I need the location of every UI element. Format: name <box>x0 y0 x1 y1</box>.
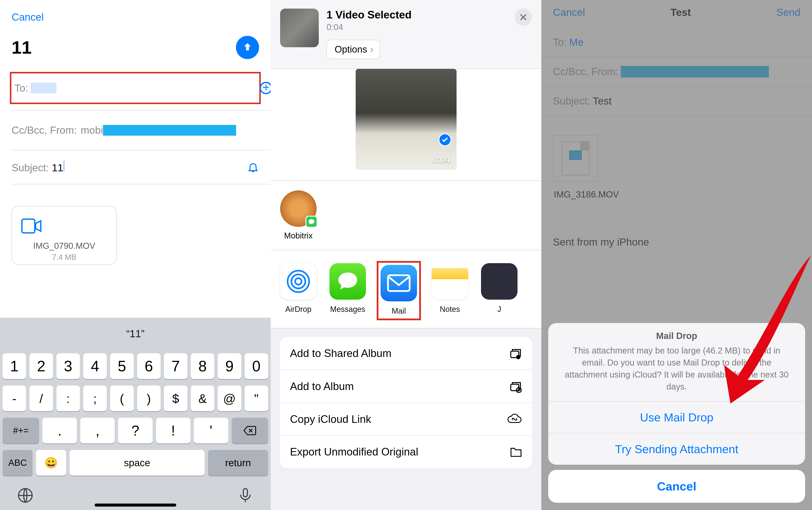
action-add-album[interactable]: Add to Album <box>280 370 532 403</box>
key-question[interactable]: ? <box>118 418 152 444</box>
cancel-button[interactable]: Cancel <box>0 0 271 23</box>
share-header: 1 Video Selected 0:04 Options › <box>271 0 541 69</box>
attachment-size: 7.4 MB <box>21 253 108 262</box>
key-return[interactable]: return <box>208 450 268 476</box>
contact-name: Mobitrix <box>280 231 317 240</box>
mail-drop-dialog: Mail Drop This attachment may be too lar… <box>548 323 805 465</box>
svg-rect-0 <box>22 219 35 233</box>
messages-app[interactable]: Messages <box>329 263 366 314</box>
share-title: 1 Video Selected <box>326 8 507 21</box>
compose-mail-screen: Cancel 11 To: Cc/Bcc, From: mobi Subject… <box>0 0 271 510</box>
svg-point-4 <box>291 275 306 288</box>
action-export-original[interactable]: Export Unmodified Original <box>280 436 532 468</box>
key-0[interactable]: 0 <box>245 353 268 379</box>
key-5[interactable]: 5 <box>110 353 134 379</box>
mail-icon <box>387 274 411 293</box>
dialog-title: Mail Drop <box>548 323 805 344</box>
attachment-name: IMG_0790.MOV <box>21 241 108 251</box>
to-label: To: <box>14 82 28 94</box>
close-icon <box>519 13 527 21</box>
globe-icon[interactable] <box>17 487 33 504</box>
airdrop-icon <box>286 268 311 294</box>
bell-icon[interactable] <box>247 161 259 173</box>
key-1[interactable]: 1 <box>3 353 26 379</box>
key-symbols[interactable]: #+= <box>3 418 39 444</box>
shared-album-icon <box>509 347 522 360</box>
send-button[interactable] <box>236 36 259 59</box>
key-2[interactable]: 2 <box>29 353 53 379</box>
key-4[interactable]: 4 <box>83 353 107 379</box>
key-8[interactable]: 8 <box>191 353 214 379</box>
svg-point-8 <box>516 355 521 359</box>
svg-point-3 <box>295 278 301 285</box>
key-at[interactable]: @ <box>218 386 241 411</box>
messages-badge-icon <box>306 216 317 228</box>
selected-checkmark-icon <box>438 133 452 146</box>
add-recipient-button[interactable] <box>260 82 271 94</box>
dialog-body: This attachment may be too large (46.2 M… <box>548 344 805 401</box>
mic-icon[interactable] <box>237 487 254 504</box>
key-dash[interactable]: - <box>3 386 26 411</box>
album-plus-icon <box>509 380 522 393</box>
key-semicolon[interactable]: ; <box>83 386 107 411</box>
try-sending-button[interactable]: Try Sending Attachment <box>548 433 805 465</box>
key-exclaim[interactable]: ! <box>156 418 191 444</box>
close-button[interactable] <box>515 8 532 26</box>
airdrop-app[interactable]: AirDrop <box>280 263 317 314</box>
export-folder-icon <box>510 446 522 457</box>
key-emoji[interactable]: 😀 <box>36 450 66 476</box>
mail-drop-screen: Cancel Test Send To: Me Cc/Bcc, From: Su… <box>541 0 812 510</box>
notes-icon <box>432 263 468 300</box>
share-apps-row: AirDrop Messages Mail Notes J <box>271 250 541 329</box>
cloud-link-icon <box>507 414 522 425</box>
chevron-right-icon: › <box>370 44 374 55</box>
key-6[interactable]: 6 <box>137 353 161 379</box>
numeric-keyboard: “11” 1 2 3 4 5 6 7 8 9 0 - / : ; ( ) $ <box>0 318 271 510</box>
subject-label: Subject: <box>11 162 49 174</box>
key-7[interactable]: 7 <box>164 353 187 379</box>
svg-rect-2 <box>243 488 248 497</box>
keyboard-suggestion[interactable]: “11” <box>0 318 271 349</box>
cc-bcc-from-row[interactable]: Cc/Bcc, From: mobi <box>0 111 271 150</box>
key-quote[interactable]: " <box>245 386 268 411</box>
key-slash[interactable]: / <box>29 386 53 411</box>
contact-avatar[interactable] <box>280 190 317 227</box>
notes-app[interactable]: Notes <box>432 263 468 314</box>
action-copy-icloud[interactable]: Copy iCloud Link <box>280 403 532 436</box>
mail-app[interactable]: Mail <box>381 265 417 315</box>
from-address-redacted <box>103 125 236 136</box>
key-lparen[interactable]: ( <box>110 386 134 411</box>
to-recipient-redacted <box>31 83 56 93</box>
svg-rect-6 <box>388 275 410 291</box>
key-comma[interactable]: , <box>80 418 115 444</box>
options-button[interactable]: Options › <box>326 40 380 59</box>
dialog-cancel-button[interactable]: Cancel <box>548 470 805 503</box>
key-colon[interactable]: : <box>56 386 80 411</box>
app-partial[interactable]: J <box>481 263 518 314</box>
mail-app-highlight: Mail <box>377 261 421 320</box>
key-period[interactable]: . <box>42 418 77 444</box>
cc-label: Cc/Bcc, From: <box>11 124 77 136</box>
key-abc[interactable]: ABC <box>3 450 33 476</box>
key-rparen[interactable]: ) <box>137 386 161 411</box>
to-field-row[interactable]: To: <box>10 72 261 104</box>
video-preview[interactable]: 0:04 <box>356 69 457 170</box>
home-indicator <box>95 504 176 507</box>
key-backspace[interactable] <box>232 418 268 444</box>
attachment-card[interactable]: IMG_0790.MOV 7.4 MB <box>11 206 117 265</box>
share-actions-list: Add to Shared Album Add to Album Copy iC… <box>280 337 532 468</box>
key-apostrophe[interactable]: ' <box>194 418 228 444</box>
action-shared-album[interactable]: Add to Shared Album <box>280 337 532 370</box>
subject-input[interactable]: 11 <box>52 162 63 174</box>
video-file-icon <box>21 218 42 235</box>
key-3[interactable]: 3 <box>56 353 80 379</box>
messages-icon <box>336 270 359 293</box>
key-9[interactable]: 9 <box>218 353 241 379</box>
key-dollar[interactable]: $ <box>164 386 187 411</box>
cc-text-prefix: mobi <box>81 124 103 136</box>
subject-row[interactable]: Subject: 11 <box>0 150 271 184</box>
contacts-row: Mobitrix <box>271 181 541 250</box>
key-space[interactable]: space <box>69 450 205 476</box>
use-mail-drop-button[interactable]: Use Mail Drop <box>548 401 805 433</box>
key-amp[interactable]: & <box>191 386 214 411</box>
